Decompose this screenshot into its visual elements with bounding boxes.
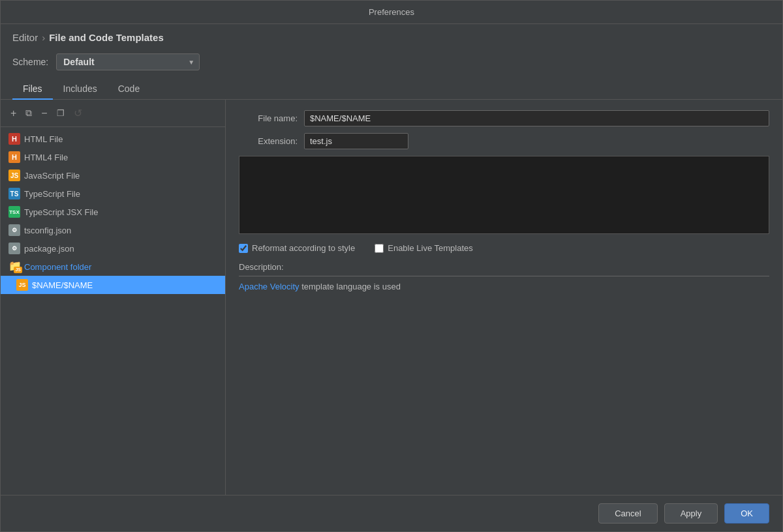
tab-includes[interactable]: Includes — [53, 78, 108, 99]
breadcrumb-parent: Editor — [12, 32, 38, 43]
preferences-dialog: Preferences Editor › File and Code Templ… — [0, 0, 783, 532]
main-content: + ⧉ − ❐ ↺ H HTML File — [1, 100, 782, 495]
tree-item-label: tsconfig.json — [24, 226, 71, 235]
tree-item-label: package.json — [24, 244, 74, 254]
apply-button[interactable]: Apply — [664, 503, 718, 524]
file-name-input[interactable] — [304, 110, 769, 126]
package-icon: ⚙ — [8, 243, 20, 254]
breadcrumb-separator: › — [42, 32, 45, 43]
title-bar: Preferences — [1, 1, 782, 24]
file-tree: H HTML File H HTML4 File JS JavaScript F… — [1, 127, 225, 495]
tree-item-package-json[interactable]: ⚙ package.json — [1, 239, 225, 258]
extension-row: Extension: — [239, 133, 769, 149]
name-name-icon: JS — [16, 279, 28, 291]
tree-item-html4-file[interactable]: H HTML4 File — [1, 148, 225, 166]
extension-input[interactable] — [304, 133, 408, 149]
live-templates-checkbox-label[interactable]: Enable Live Templates — [375, 243, 473, 253]
reformat-checkbox-label[interactable]: Reformat according to style — [239, 243, 355, 253]
tree-item-label: HTML4 File — [24, 153, 68, 162]
left-panel: + ⧉ − ❐ ↺ H HTML File — [1, 100, 226, 495]
reformat-label: Reformat according to style — [252, 243, 355, 253]
tsx-icon: TSX — [8, 206, 20, 218]
tree-item-label: TypeScript JSX File — [24, 207, 98, 217]
js-icon: JS — [8, 170, 20, 181]
right-panel: File name: Extension: Reformat according… — [226, 100, 782, 495]
scheme-label: Scheme: — [12, 57, 48, 67]
tree-item-typescript-jsx-file[interactable]: TSX TypeScript JSX File — [1, 203, 225, 221]
tree-item-component-folder[interactable]: 📁 JS Component folder — [1, 258, 225, 276]
description-suffix: template language is used — [299, 282, 401, 291]
breadcrumb: Editor › File and Code Templates — [1, 24, 782, 48]
description-section: Description: Apache Velocity template la… — [239, 262, 769, 315]
live-templates-label: Enable Live Templates — [388, 243, 473, 253]
apache-velocity-link[interactable]: Apache Velocity — [239, 282, 299, 291]
code-editor[interactable] — [239, 156, 769, 234]
checkboxes-row: Reformat according to style Enable Live … — [239, 241, 769, 256]
ts-icon: TS — [8, 188, 20, 200]
tree-item-label: TypeScript File — [24, 189, 80, 199]
scheme-select[interactable]: Default Project — [56, 53, 200, 70]
scheme-row: Scheme: Default Project — [1, 48, 782, 78]
tab-files[interactable]: Files — [12, 78, 53, 99]
tab-code[interactable]: Code — [108, 78, 150, 99]
html4-icon: H — [8, 151, 20, 163]
tree-item-javascript-file[interactable]: JS JavaScript File — [1, 166, 225, 185]
bottom-bar: Cancel Apply OK — [1, 495, 782, 531]
extension-label: Extension: — [239, 136, 298, 146]
copy-template-button[interactable]: ⧉ — [22, 106, 35, 121]
tree-item-label: $NAME/$NAME — [32, 280, 93, 290]
remove-button[interactable]: − — [38, 106, 50, 121]
tree-item-label: HTML File — [24, 134, 63, 144]
tree-item-label: Component folder — [24, 262, 91, 272]
dialog-title: Preferences — [369, 7, 414, 17]
description-label: Description: — [239, 262, 769, 272]
ok-button[interactable]: OK — [724, 503, 769, 524]
cancel-button[interactable]: Cancel — [598, 503, 657, 524]
reset-button[interactable]: ↺ — [70, 105, 85, 121]
add-button[interactable]: + — [7, 106, 20, 121]
tsconfig-icon: ⚙ — [8, 224, 20, 236]
toolbar: + ⧉ − ❐ ↺ — [1, 100, 225, 127]
live-templates-checkbox[interactable] — [375, 244, 384, 253]
tree-item-html-file[interactable]: H HTML File — [1, 130, 225, 148]
file-name-label: File name: — [239, 113, 298, 123]
reformat-checkbox[interactable] — [239, 244, 248, 253]
tab-bar: Files Includes Code — [1, 78, 782, 100]
tree-item-name-name[interactable]: JS $NAME/$NAME — [1, 276, 225, 294]
tree-item-tsconfig[interactable]: ⚙ tsconfig.json — [1, 221, 225, 239]
tree-item-typescript-file[interactable]: TS TypeScript File — [1, 185, 225, 203]
tree-item-label: JavaScript File — [24, 171, 80, 181]
duplicate-button[interactable]: ❐ — [54, 106, 68, 120]
description-text: Apache Velocity template language is use… — [239, 276, 769, 315]
breadcrumb-current: File and Code Templates — [49, 32, 164, 43]
scheme-wrapper: Default Project — [56, 53, 200, 70]
folder-icon: 📁 JS — [8, 261, 20, 273]
html-icon: H — [8, 133, 20, 145]
file-name-row: File name: — [239, 110, 769, 126]
